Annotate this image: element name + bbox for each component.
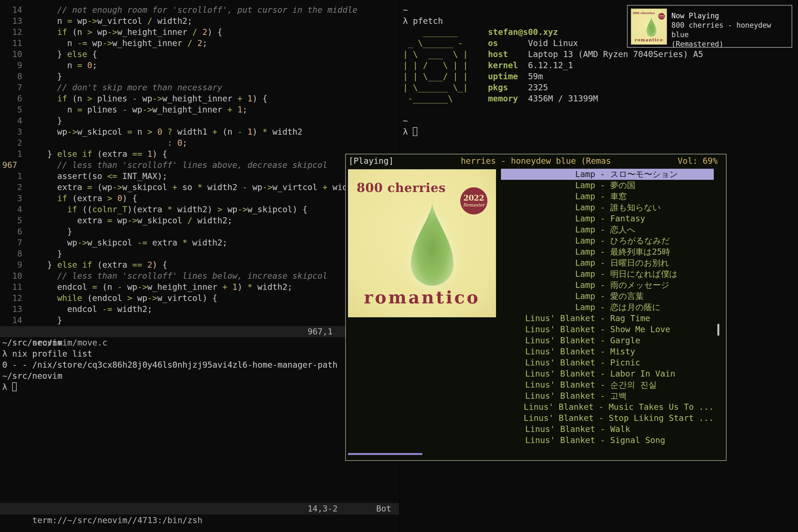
line-number: 967 — [2, 159, 22, 171]
terminal-line: | \ ___ \ | host Laptop 13 (AMD Ryzen 70… — [403, 49, 798, 60]
code-line: 11 n -= wp->w_height_inner / 2; — [2, 38, 399, 49]
code-line: 7 wp->w_skipcol -= extra * width2; — [2, 237, 399, 248]
track-row[interactable]: Lamp - 最終列車は25時 — [501, 246, 714, 258]
album-title-text: romantico — [348, 287, 496, 307]
code-line: 3 wp->w_skipcol = n > 0 ? width1 + (n - … — [2, 126, 399, 137]
line-number: 4 — [2, 204, 22, 215]
code-line: 11 endcol = (n - wp->w_height_inner + 1)… — [2, 282, 399, 292]
track-row[interactable]: Lamp - Fantasy — [501, 213, 714, 224]
album-art-large: 800 cherries2022Remasterromantico — [348, 169, 496, 317]
code-line: 9 n = 0; — [2, 60, 399, 71]
track-row[interactable]: Linus' Blanket - Show Me Love — [501, 324, 714, 335]
now-playing-notification[interactable]: 800 cherries2022Remasterromantico Now Pl… — [627, 5, 792, 48]
track-row[interactable]: Lamp - 日曜日のお別れ — [501, 258, 714, 268]
terminal-ruler: 14,3-2 — [307, 503, 338, 515]
track-row[interactable]: Linus' Blanket - Signal Song — [501, 435, 714, 446]
line-number: 1 — [2, 149, 22, 159]
terminal-output[interactable]: ~/src/neovimλ nix profile list0 - - /nix… — [0, 337, 399, 393]
line-number: 6 — [2, 226, 22, 237]
track-row[interactable]: Lamp - 誰も知らない — [501, 202, 714, 213]
track-row-selected[interactable]: Lamp - スロ〜モ〜ション — [501, 169, 714, 180]
line-number: 8 — [2, 248, 22, 259]
code-line: 14 // not enough room for 'scrolloff', p… — [2, 4, 399, 16]
player-state: [Playing] — [348, 155, 394, 167]
track-row[interactable]: Linus' Blanket - Picnic — [501, 357, 714, 368]
terminal-line: ~ — [403, 115, 798, 126]
album-cover: 800 cherries2022Remasterromantico — [348, 169, 496, 317]
terminal-line: | \______ \_| pkgs 2325 — [403, 82, 798, 93]
code-line: 10 } else { — [2, 49, 399, 60]
code-line: 6 if (n > plines - wp->w_height_inner + … — [2, 93, 399, 104]
track-row[interactable]: Lamp - 恋人へ — [501, 224, 714, 235]
terminal-scroll-indicator: Bot — [376, 503, 391, 515]
terminal-line: -_______\ memory 4356M / 31399M — [403, 93, 798, 104]
track-row[interactable]: Lamp - 雨のメッセージ — [501, 280, 714, 291]
line-number: 3 — [2, 126, 22, 137]
track-row[interactable]: Lamp - ひろがるなみだ — [501, 235, 714, 246]
track-row[interactable]: Lamp - 明日になれば僕は — [501, 268, 714, 280]
line-number: 9 — [2, 259, 22, 270]
line-number: 2 — [2, 137, 22, 149]
editor-lines[interactable]: 14 // not enough room for 'scrolloff', p… — [0, 0, 399, 326]
code-line: 5 extra = wp->w_skipcol / width2; — [2, 215, 399, 226]
playlist[interactable]: Lamp - スロ〜モ〜ションLamp - 夢の国Lamp - 車窓Lamp -… — [501, 169, 714, 446]
code-line: 12 while (endcol > wp->w_virtcol) { — [2, 292, 399, 304]
track-row[interactable]: Lamp - 車窓 — [501, 191, 714, 202]
line-number: 1 — [2, 171, 22, 182]
line-number: 5 — [2, 104, 22, 115]
album-cover-mini: 800 cherries2022Remasterromantico — [631, 8, 667, 44]
code-line: 6 } — [2, 226, 399, 237]
code-line: 5 n = plines - wp->w_height_inner + 1; — [2, 104, 399, 115]
terminal-line: ~/src/neovim — [2, 337, 399, 348]
line-number: 8 — [2, 71, 22, 82]
track-row[interactable]: Lamp - 恋は月の蔭に — [501, 302, 714, 313]
terminal-cursor — [413, 127, 417, 136]
line-number: 6 — [2, 93, 22, 104]
album-title-text: romantico — [631, 37, 667, 42]
track-row[interactable]: Linus' Blanket - Walk — [501, 424, 714, 435]
line-number: 11 — [2, 282, 22, 292]
track-row[interactable]: Linus' Blanket - Misty — [501, 346, 714, 357]
code-line: 4 } — [2, 115, 399, 126]
code-line: 10 // less than 'scrolloff' lines below,… — [2, 270, 399, 282]
terminal-line: ~/src/neovim — [2, 370, 399, 382]
code-line: 13 endcol -= width2; — [2, 304, 399, 315]
line-number: 13 — [2, 16, 22, 26]
code-line: 12 if (n > wp->w_height_inner / 2) { — [2, 26, 399, 38]
line-number: 11 — [2, 38, 22, 49]
track-row[interactable]: Linus' Blanket - Gargle — [501, 335, 714, 346]
player-volume: Vol: 69% — [678, 155, 718, 167]
editor-statusline: src/nvim/move.c 967,1 — [0, 326, 399, 337]
terminal-line — [403, 104, 798, 115]
track-row[interactable]: Linus' Blanket - Labor In Vain — [501, 368, 714, 379]
code-line: 3 if (extra > 0) { — [2, 193, 399, 204]
drop-graphic — [401, 199, 463, 300]
code-line: 9 } else if (extra == 2) { — [2, 259, 399, 270]
track-row[interactable]: Linus' Blanket - Rag Time — [501, 313, 714, 324]
code-line: 7 // don't skip more than necessary — [2, 82, 399, 93]
track-row[interactable]: Linus' Blanket - 순간의 진실 — [501, 379, 714, 391]
code-line: 967 // less than 'scrolloff' lines above… — [2, 159, 399, 171]
line-number: 12 — [2, 26, 22, 38]
track-row[interactable]: Lamp - 夢の国 — [501, 180, 714, 191]
track-row[interactable]: Linus' Blanket - Stop Liking Start ... — [501, 413, 714, 424]
album-artist-text: 800 cherries — [633, 11, 655, 15]
terminal-cursor — [12, 382, 17, 391]
code-line: 4 if ((colnr_T)(extra * width2) > wp->w_… — [2, 204, 399, 215]
track-row[interactable]: Lamp - 愛の言葉 — [501, 291, 714, 302]
remaster-badge: 2022Remaster — [460, 187, 488, 214]
notification-song: 800 cherries - honeydew blue — [671, 20, 792, 39]
line-number: 4 — [2, 115, 22, 126]
line-number: 7 — [2, 82, 22, 93]
playlist-scrollbar-thumb[interactable] — [717, 324, 719, 336]
line-number: 12 — [2, 292, 22, 304]
code-line: 14 } — [2, 315, 399, 326]
player-progress-bar[interactable] — [348, 453, 422, 455]
terminal-buffer-title: term://~/src/neovim//4713:/bin/zsh — [32, 515, 202, 525]
statusline-ruler: 967,1 — [307, 326, 332, 337]
track-row[interactable]: Linus' Blanket - Music Takes Us To ... — [501, 401, 714, 413]
track-row[interactable]: Linus' Blanket - 고백 — [501, 391, 714, 401]
music-player-window[interactable]: [Playing] herries - honeydew blue (Remas… — [345, 154, 726, 461]
player-song-marquee: herries - honeydew blue (Remas — [346, 155, 726, 167]
code-line: 8 } — [2, 248, 399, 259]
